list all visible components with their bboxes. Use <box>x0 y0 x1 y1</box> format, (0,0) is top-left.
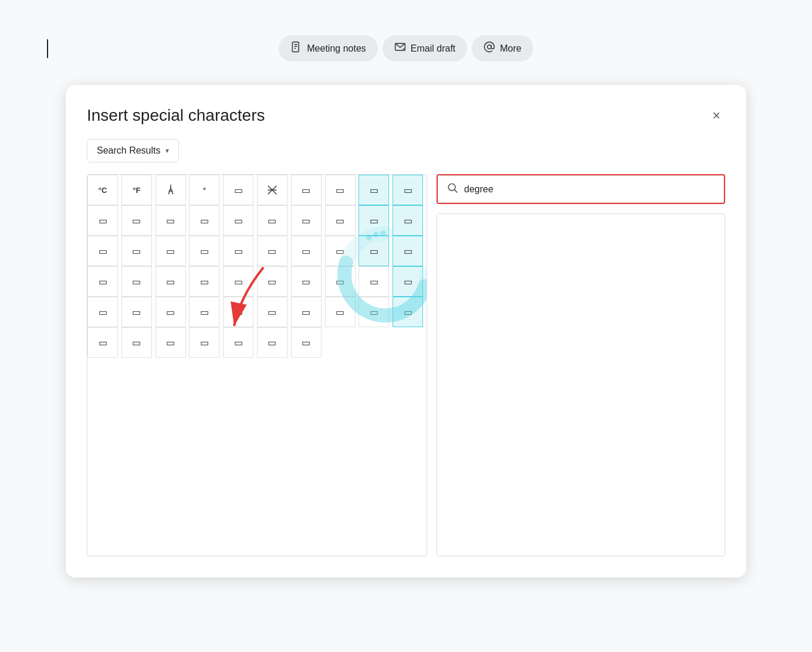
close-button[interactable]: × <box>708 106 725 125</box>
char-cell[interactable]: ▭ <box>358 236 389 266</box>
at-icon <box>483 41 495 56</box>
char-cell[interactable]: ▭ <box>87 236 118 266</box>
char-cell[interactable]: ▭ <box>121 236 152 266</box>
char-cell[interactable]: ▭ <box>325 297 356 327</box>
char-cell[interactable]: ▭ <box>291 266 322 297</box>
char-cell[interactable]: ▭ <box>121 327 152 358</box>
char-cell[interactable]: ▭ <box>87 297 118 327</box>
char-cell[interactable]: ▭ <box>291 327 322 358</box>
toolbar: Meeting notes Email draft More <box>0 35 812 62</box>
char-cell[interactable] <box>155 175 186 205</box>
char-cell[interactable]: ▭ <box>325 266 356 297</box>
email-draft-label: Email draft <box>411 43 455 54</box>
char-cell[interactable]: ▭ <box>189 297 219 327</box>
char-cell[interactable]: ▭ <box>189 205 219 236</box>
character-preview-area <box>437 213 725 556</box>
character-grid-panel: °C °F ° ▭ ▭ ▭ ▭ <box>87 174 427 556</box>
char-cell[interactable]: ▭ <box>358 297 389 327</box>
char-cell[interactable]: ▭ <box>257 205 287 236</box>
char-cell[interactable]: ▭ <box>87 327 118 358</box>
char-cell[interactable]: ▭ <box>325 205 356 236</box>
char-cell[interactable]: ▭ <box>393 205 423 236</box>
dialog-title: Insert special characters <box>87 106 265 125</box>
svg-point-6 <box>488 45 492 49</box>
dropdown-label: Search Results <box>97 145 161 156</box>
char-cell[interactable]: ▭ <box>257 236 287 266</box>
meeting-notes-label: Meeting notes <box>307 43 366 54</box>
dialog-body: °C °F ° ▭ ▭ ▭ ▭ <box>87 174 725 556</box>
char-cell[interactable]: ▭ <box>223 297 253 327</box>
char-cell[interactable]: ▭ <box>189 266 219 297</box>
more-button[interactable]: More <box>472 35 533 62</box>
svg-line-22 <box>455 190 458 193</box>
char-cell[interactable]: ▭ <box>189 327 219 358</box>
char-cell[interactable]: ▭ <box>291 175 322 205</box>
char-cell[interactable]: °C <box>87 175 118 205</box>
char-cell[interactable]: ▭ <box>87 205 118 236</box>
char-cell[interactable]: ▭ <box>155 236 186 266</box>
search-box <box>438 175 724 203</box>
char-cell[interactable]: ▭ <box>393 266 423 297</box>
char-cell[interactable]: ▭ <box>223 205 253 236</box>
char-cell[interactable]: ▭ <box>325 236 356 266</box>
char-cell[interactable]: ▭ <box>223 236 253 266</box>
char-cell[interactable]: ▭ <box>257 297 287 327</box>
char-cell[interactable]: ▭ <box>155 205 186 236</box>
character-grid: °C °F ° ▭ ▭ ▭ ▭ <box>87 175 427 358</box>
insert-special-characters-dialog: Insert special characters × Search Resul… <box>66 85 746 578</box>
char-cell[interactable]: ▭ <box>393 175 423 205</box>
char-cell[interactable]: ▭ <box>291 236 322 266</box>
char-cell[interactable]: ▭ <box>155 327 186 358</box>
char-cell[interactable]: ▭ <box>155 266 186 297</box>
char-cell[interactable]: ° <box>189 175 219 205</box>
text-cursor <box>47 39 48 58</box>
char-cell[interactable]: ▭ <box>393 236 423 266</box>
char-cell[interactable]: ▭ <box>393 297 423 327</box>
char-cell[interactable]: ▭ <box>325 175 356 205</box>
meeting-notes-button[interactable]: Meeting notes <box>279 35 378 62</box>
char-cell[interactable]: °F <box>121 175 152 205</box>
char-cell[interactable]: ▭ <box>223 266 253 297</box>
dialog-header: Insert special characters × <box>87 106 725 125</box>
more-label: More <box>500 43 521 54</box>
char-cell[interactable]: ▭ <box>223 327 253 358</box>
chevron-down-icon: ▾ <box>165 147 169 155</box>
right-panel <box>427 174 725 556</box>
email-draft-button[interactable]: Email draft <box>383 35 467 62</box>
char-cell[interactable]: ▭ <box>291 297 322 327</box>
search-icon <box>446 182 458 196</box>
char-cell[interactable]: ▭ <box>257 327 287 358</box>
document-icon <box>290 41 302 56</box>
char-cell[interactable]: ▭ <box>87 266 118 297</box>
char-cell[interactable]: ▭ <box>257 266 287 297</box>
char-cell[interactable]: ▭ <box>121 266 152 297</box>
char-cell[interactable]: ▭ <box>358 175 389 205</box>
category-dropdown[interactable]: Search Results ▾ <box>87 139 179 162</box>
search-box-wrapper <box>437 174 725 204</box>
char-cell[interactable]: ▭ <box>121 297 152 327</box>
svg-point-21 <box>448 184 455 191</box>
char-cell[interactable]: ▭ <box>358 266 389 297</box>
search-input[interactable] <box>464 184 715 195</box>
char-cell[interactable]: ▭ <box>223 175 253 205</box>
char-cell[interactable]: ▭ <box>189 236 219 266</box>
email-icon <box>394 41 406 56</box>
char-cell[interactable] <box>257 175 287 205</box>
char-cell[interactable]: ▭ <box>358 205 389 236</box>
char-cell[interactable]: ▭ <box>291 205 322 236</box>
char-cell[interactable]: ▭ <box>121 205 152 236</box>
char-cell[interactable]: ▭ <box>155 297 186 327</box>
